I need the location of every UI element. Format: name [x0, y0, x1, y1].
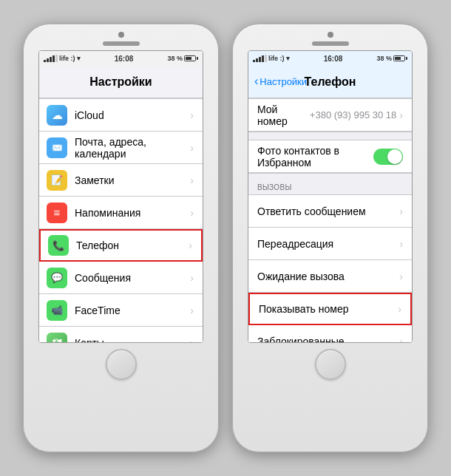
label-phone: Телефон	[76, 239, 189, 251]
call-item-blocked[interactable]: Заблокированные ›	[248, 325, 412, 342]
label-maps: Карты	[75, 337, 190, 343]
icon-mail: ✉️	[47, 137, 67, 158]
chevron-reply: ›	[399, 205, 403, 217]
phone-1: life :) ▾ 16:08 38 % Настройки	[23, 24, 219, 452]
nav-title-2: Телефон	[305, 75, 356, 89]
nav-bar-2: ‹ Настройки Телефон	[248, 66, 412, 98]
calls-section-header: ВЫЗОВЫ	[248, 174, 412, 194]
icon-messages: 💬	[47, 268, 67, 288]
nav-title-1: Настройки	[89, 75, 152, 89]
scene: life :) ▾ 16:08 38 % Настройки	[16, 16, 435, 460]
wifi-2: ▾	[286, 55, 290, 62]
time-2: 16:08	[324, 55, 343, 63]
my-number-group: Мой номер +380 (93) 995 30 18 ›	[248, 98, 412, 132]
carrier-1: life :)	[59, 55, 75, 62]
icon-icloud: ☁	[47, 105, 67, 126]
waiting-label: Ожидание вызова	[257, 271, 399, 282]
time-1: 16:08	[115, 55, 134, 63]
battery-2	[393, 55, 407, 61]
icon-phone: 📞	[48, 235, 69, 256]
chevron-mail: ›	[190, 142, 194, 154]
label-mail: Почта, адреса, календари	[75, 136, 190, 160]
list-item-maps[interactable]: 🗺 Карты ›	[39, 327, 203, 342]
contacts-photo-row[interactable]: Фото контактов в Избранном	[248, 140, 412, 173]
phone-top-1	[103, 24, 140, 46]
phone-top-2	[312, 24, 349, 46]
chevron-reminders: ›	[190, 207, 194, 219]
list-item-reminders[interactable]: ≡ Напоминания ›	[39, 197, 203, 229]
list-item-facetime[interactable]: 📹 FaceTime ›	[39, 294, 203, 327]
list-item-notes[interactable]: 📝 Заметки ›	[39, 164, 203, 197]
phone-bottom-2	[315, 349, 346, 380]
chevron-messages: ›	[190, 272, 194, 284]
signal-1	[44, 55, 58, 62]
call-item-waiting[interactable]: Ожидание вызова ›	[248, 260, 412, 293]
wifi-1: ▾	[77, 55, 81, 62]
signal-2	[253, 55, 267, 62]
carrier-2: life :)	[268, 55, 285, 62]
reply-label: Ответить сообщением	[257, 205, 399, 217]
my-number-value: +380 (93) 995 30 18	[310, 109, 396, 120]
show-number-label: Показывать номер	[259, 303, 398, 315]
chevron-waiting: ›	[399, 271, 403, 282]
back-chevron: ‹	[254, 75, 258, 88]
phone-2: life :) ▾ 16:08 38 % ‹	[232, 24, 428, 452]
blocked-label: Заблокированные	[257, 336, 399, 343]
calls-group: Ответить сообщением › Переадресация › Ож…	[248, 194, 412, 342]
label-notes: Заметки	[75, 174, 190, 186]
status-bar-1: life :) ▾ 16:08 38 %	[39, 51, 203, 66]
label-facetime: FaceTime	[75, 305, 190, 316]
list-item-phone[interactable]: 📞 Телефон ›	[39, 229, 203, 262]
phone-detail: Мой номер +380 (93) 995 30 18 › Фото кон…	[248, 98, 412, 342]
chevron-phone: ›	[189, 239, 192, 251]
contacts-photo-label: Фото контактов в Избранном	[257, 145, 373, 169]
label-reminders: Напоминания	[75, 207, 190, 219]
list-item-mail[interactable]: ✉️ Почта, адреса, календари ›	[39, 132, 203, 164]
chevron-blocked: ›	[399, 336, 403, 343]
list-item-icloud[interactable]: ☁ iCloud ›	[39, 99, 203, 132]
back-label: Настройки	[260, 76, 307, 87]
icon-reminders: ≡	[47, 203, 67, 223]
icon-facetime: 📹	[47, 300, 67, 321]
battery-pct-2: 38 %	[376, 55, 392, 62]
chevron-facetime: ›	[190, 305, 194, 316]
icon-notes: 📝	[47, 170, 67, 191]
speaker-1	[103, 41, 140, 46]
my-number-row[interactable]: Мой номер +380 (93) 995 30 18 ›	[248, 99, 412, 132]
label-messages: Сообщения	[75, 272, 190, 284]
calls-section-label: ВЫЗОВЫ	[257, 183, 292, 191]
chevron-notes: ›	[190, 174, 194, 186]
chevron-maps: ›	[190, 337, 194, 343]
screen-2: life :) ▾ 16:08 38 % ‹	[248, 50, 413, 343]
back-button[interactable]: ‹ Настройки	[254, 75, 307, 88]
label-icloud: iCloud	[75, 109, 190, 121]
status-bar-2: life :) ▾ 16:08 38 %	[248, 51, 412, 66]
nav-bar-1: Настройки	[39, 66, 203, 98]
call-item-show-number[interactable]: Показывать номер ›	[248, 293, 412, 325]
battery-1	[184, 55, 198, 61]
battery-pct-1: 38 %	[167, 55, 183, 62]
contacts-photo-group: Фото контактов в Избранном	[248, 140, 412, 174]
settings-list: ☁ iCloud › ✉️ Почта, адреса, календари ›	[39, 98, 203, 342]
home-button-1[interactable]	[106, 349, 137, 380]
home-button-2[interactable]	[315, 349, 346, 380]
my-number-label: Мой номер	[257, 103, 310, 127]
forwarding-label: Переадресация	[257, 238, 399, 250]
settings-group-1: ☁ iCloud › ✉️ Почта, адреса, календари ›	[39, 98, 203, 342]
camera-2	[328, 32, 333, 38]
contacts-photo-toggle[interactable]	[373, 149, 403, 165]
speaker-2	[312, 41, 349, 46]
camera-1	[118, 32, 124, 38]
separator-1	[248, 132, 412, 140]
call-item-forwarding[interactable]: Переадресация ›	[248, 228, 412, 260]
call-item-reply[interactable]: Ответить сообщением ›	[248, 195, 412, 228]
toggle-knob	[387, 149, 402, 164]
chevron-icloud: ›	[190, 109, 194, 121]
chevron-show-number: ›	[398, 303, 401, 315]
list-item-messages[interactable]: 💬 Сообщения ›	[39, 262, 203, 294]
screen-1: life :) ▾ 16:08 38 % Настройки	[38, 50, 203, 343]
phone-bottom-1	[106, 349, 137, 380]
chevron-my-number: ›	[399, 109, 403, 121]
chevron-forwarding: ›	[399, 238, 403, 250]
icon-maps: 🗺	[47, 333, 67, 343]
